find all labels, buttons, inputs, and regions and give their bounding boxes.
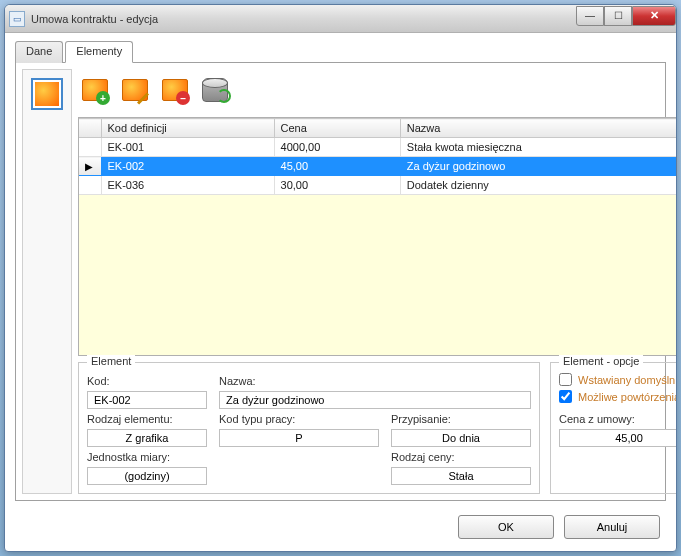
checkbox-powtorzenia-label: Możliwe powtórzenia [578, 391, 677, 403]
col-cena[interactable]: Cena [274, 119, 400, 138]
cell-kod[interactable]: EK-002 [101, 157, 274, 176]
row-marker: ▶ [79, 157, 101, 176]
field-rodzaj: Z grafika [87, 429, 207, 447]
cell-nazwa[interactable]: Dodatek dzienny [400, 176, 677, 195]
tabstrip: Dane Elementy [15, 41, 666, 63]
app-icon: ▭ [9, 11, 25, 27]
tab-body: + – [15, 62, 666, 501]
field-nazwa[interactable]: Za dyżur godzinowo [219, 391, 531, 409]
minus-icon: – [176, 91, 190, 105]
field-cena-umowy[interactable]: 45,00 [559, 429, 677, 447]
table-row[interactable]: EK-03630,00Dodatek dzienny [79, 176, 677, 195]
table-row[interactable]: EK-0014000,00Stała kwota miesięczna [79, 138, 677, 157]
database-icon [202, 78, 228, 102]
row-marker [79, 138, 101, 157]
dialog-window: ▭ Umowa kontraktu - edycja — ☐ ✕ Dane El… [4, 4, 677, 552]
field-jedn: (godziny) [87, 467, 207, 485]
tab-elementy[interactable]: Elementy [65, 41, 133, 63]
col-nazwa[interactable]: Nazwa [400, 119, 677, 138]
form-row: Element Kod: Nazwa: EK-002 Za dyżur godz… [78, 362, 677, 494]
field-rodzajceny: Stała [391, 467, 531, 485]
group-opcje: Element - opcje Wstawiany domyślnie Możl… [550, 362, 677, 494]
label-kod: Kod: [87, 375, 207, 387]
label-nazwa: Nazwa: [219, 375, 379, 387]
refresh-arrow-icon [217, 89, 231, 103]
window-title: Umowa kontraktu - edycja [31, 13, 158, 25]
label-jedn: Jednostka miary: [87, 451, 207, 463]
anuluj-button[interactable]: Anuluj [564, 515, 660, 539]
toolbar-add-button[interactable]: + [78, 73, 112, 107]
elements-table[interactable]: Kod definicji Cena Nazwa EK-0014000,00St… [79, 118, 677, 195]
dialog-buttons: OK Anuluj [458, 515, 660, 539]
cell-kod[interactable]: EK-001 [101, 138, 274, 157]
cell-nazwa[interactable]: Stała kwota miesięczna [400, 138, 677, 157]
label-przypis: Przypisanie: [391, 413, 531, 425]
group-element-title: Element [87, 355, 135, 367]
close-button[interactable]: ✕ [632, 6, 676, 26]
col-kod[interactable]: Kod definicji [101, 119, 274, 138]
toolbar-refresh-button[interactable] [198, 73, 232, 107]
client-area: Dane Elementy + [15, 41, 666, 501]
maximize-button[interactable]: ☐ [604, 6, 632, 26]
titlebar[interactable]: ▭ Umowa kontraktu - edycja — ☐ ✕ [5, 5, 676, 33]
cell-cena[interactable]: 30,00 [274, 176, 400, 195]
row-marker [79, 176, 101, 195]
cell-cena[interactable]: 45,00 [274, 157, 400, 176]
tab-dane[interactable]: Dane [15, 41, 63, 63]
toolbar: + – [78, 69, 677, 111]
field-kodtypu: P [219, 429, 379, 447]
pencil-icon [136, 91, 150, 105]
field-kod[interactable]: EK-002 [87, 391, 207, 409]
grid[interactable]: Kod definicji Cena Nazwa EK-0014000,00St… [78, 117, 677, 356]
col-rowheader[interactable] [79, 119, 101, 138]
checkbox-wstawiany-label: Wstawiany domyślnie [578, 374, 677, 386]
checkbox-powtorzenia-input[interactable] [559, 390, 572, 403]
label-rodzaj: Rodzaj elementu: [87, 413, 207, 425]
plus-icon: + [96, 91, 110, 105]
left-thumbnail-strip [22, 69, 72, 494]
cell-cena[interactable]: 4000,00 [274, 138, 400, 157]
cell-nazwa[interactable]: Za dyżur godzinowo [400, 157, 677, 176]
table-row[interactable]: ▶EK-00245,00Za dyżur godzinowo [79, 157, 677, 176]
checkbox-wstawiany[interactable]: Wstawiany domyślnie [559, 373, 677, 386]
ok-button[interactable]: OK [458, 515, 554, 539]
toolbar-edit-button[interactable] [118, 73, 152, 107]
group-opcje-title: Element - opcje [559, 355, 643, 367]
label-kodtypu: Kod typu pracy: [219, 413, 379, 425]
cell-kod[interactable]: EK-036 [101, 176, 274, 195]
minimize-button[interactable]: — [576, 6, 604, 26]
checkbox-powtorzenia[interactable]: Możliwe powtórzenia [559, 390, 677, 403]
toolbar-delete-button[interactable]: – [158, 73, 192, 107]
checkbox-wstawiany-input[interactable] [559, 373, 572, 386]
group-element: Element Kod: Nazwa: EK-002 Za dyżur godz… [78, 362, 540, 494]
label-cena-umowy: Cena z umowy: [559, 413, 677, 425]
element-thumbnail[interactable] [31, 78, 63, 110]
field-przypis: Do dnia [391, 429, 531, 447]
right-pane: + – [78, 69, 677, 494]
label-rodzajceny: Rodzaj ceny: [391, 451, 531, 463]
